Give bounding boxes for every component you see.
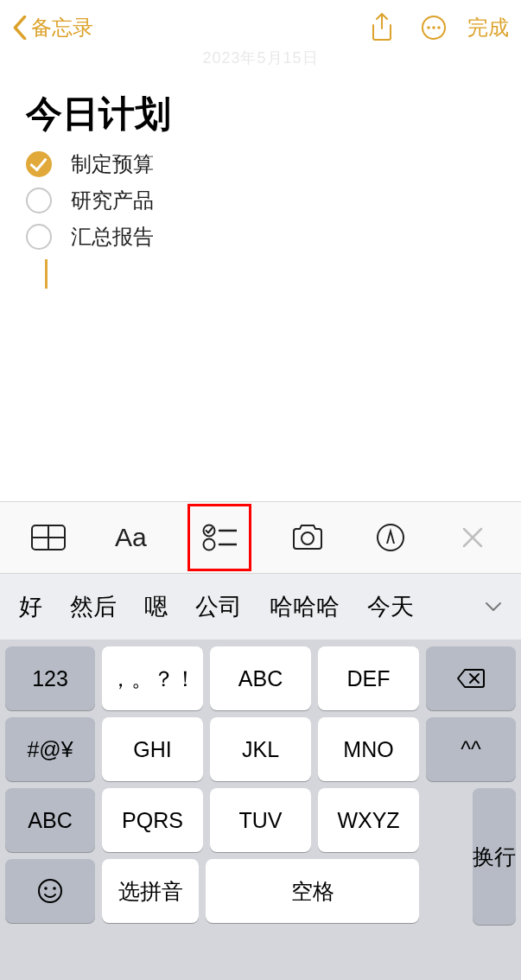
pen-circle-icon bbox=[376, 523, 405, 552]
done-button[interactable]: 完成 bbox=[467, 14, 509, 41]
back-label: 备忘录 bbox=[31, 14, 93, 41]
markup-button[interactable] bbox=[365, 512, 416, 563]
share-icon bbox=[370, 13, 394, 42]
checkbox-checked-icon[interactable] bbox=[26, 151, 52, 177]
candidate-word[interactable]: 公司 bbox=[181, 591, 256, 622]
svg-point-13 bbox=[39, 880, 61, 902]
key-return[interactable]: 换行 bbox=[473, 788, 516, 925]
close-toolbar-button[interactable] bbox=[447, 512, 499, 563]
svg-point-3 bbox=[437, 26, 441, 29]
checkbox-empty-icon[interactable] bbox=[26, 224, 52, 250]
table-icon bbox=[31, 525, 66, 550]
svg-point-15 bbox=[53, 887, 56, 890]
key-wxyz[interactable]: WXYZ bbox=[318, 788, 419, 852]
close-icon bbox=[461, 526, 484, 549]
note-title[interactable]: 今日计划 bbox=[26, 90, 495, 138]
svg-point-2 bbox=[432, 26, 435, 29]
candidate-word[interactable]: 嗯 bbox=[130, 591, 181, 622]
checklist-item[interactable]: 制定预算 bbox=[26, 150, 495, 178]
key-ghi[interactable]: GHI bbox=[102, 717, 203, 781]
key-tuv[interactable]: TUV bbox=[210, 788, 311, 852]
checklist-icon bbox=[202, 524, 237, 551]
candidate-word[interactable]: 然后 bbox=[56, 591, 130, 622]
checklist-item[interactable]: 研究产品 bbox=[26, 187, 495, 214]
checkbox-empty-icon[interactable] bbox=[26, 188, 52, 213]
key-space[interactable]: 空格 bbox=[206, 859, 419, 923]
checklist-item-text[interactable]: 汇总报告 bbox=[71, 223, 154, 251]
back-button[interactable]: 备忘录 bbox=[12, 14, 93, 41]
key-backspace[interactable] bbox=[426, 646, 516, 710]
checklist-item-text[interactable]: 研究产品 bbox=[71, 187, 154, 214]
camera-icon bbox=[290, 524, 325, 551]
checklist-button[interactable] bbox=[194, 512, 245, 563]
svg-point-1 bbox=[427, 26, 430, 29]
key-mno[interactable]: MNO bbox=[318, 717, 419, 781]
camera-button[interactable] bbox=[282, 512, 334, 563]
ellipsis-circle-icon bbox=[421, 15, 447, 41]
key-abc[interactable]: ABC bbox=[210, 646, 311, 710]
chevron-left-icon bbox=[12, 16, 28, 40]
key-def[interactable]: DEF bbox=[318, 646, 419, 710]
key-punct[interactable]: ，。？！ bbox=[102, 646, 203, 710]
svg-point-11 bbox=[302, 532, 314, 544]
key-pqrs[interactable]: PQRS bbox=[102, 788, 203, 852]
highlight-box bbox=[187, 504, 251, 571]
note-body[interactable]: 今日计划 制定预算 研究产品 汇总报告 bbox=[0, 55, 521, 289]
key-symbols[interactable]: #@¥ bbox=[5, 717, 95, 781]
candidate-bar: 好 然后 嗯 公司 哈哈哈 今天 bbox=[0, 574, 521, 640]
key-select-pinyin[interactable]: 选拼音 bbox=[102, 859, 199, 923]
text-cursor bbox=[45, 259, 48, 289]
more-button[interactable] bbox=[417, 11, 450, 44]
svg-point-9 bbox=[203, 539, 214, 550]
checklist-item-text[interactable]: 制定预算 bbox=[71, 150, 154, 178]
checklist-item[interactable]: 汇总报告 bbox=[26, 223, 495, 251]
table-button[interactable] bbox=[22, 512, 74, 563]
note-timestamp: 2023年5月15日 bbox=[0, 48, 521, 68]
share-button[interactable] bbox=[365, 11, 398, 44]
chevron-down-icon bbox=[485, 601, 502, 612]
key-emoji[interactable] bbox=[5, 859, 95, 923]
key-emoticon[interactable]: ^^ bbox=[426, 717, 516, 781]
key-jkl[interactable]: JKL bbox=[210, 717, 311, 781]
backspace-icon bbox=[456, 668, 486, 689]
candidate-word[interactable]: 哈哈哈 bbox=[256, 591, 353, 622]
svg-point-14 bbox=[44, 887, 48, 890]
candidate-word[interactable]: 好 bbox=[5, 591, 56, 622]
expand-candidates-button[interactable] bbox=[471, 574, 516, 640]
key-alpha[interactable]: ABC bbox=[5, 788, 95, 852]
text-style-button[interactable]: Aa bbox=[105, 512, 156, 563]
smile-icon bbox=[37, 878, 63, 904]
candidate-word[interactable]: 今天 bbox=[353, 591, 428, 622]
key-numbers[interactable]: 123 bbox=[5, 646, 95, 710]
keyboard: 好 然后 嗯 公司 哈哈哈 今天 123 ，。？！ ABC DEF #@¥ GH… bbox=[0, 574, 521, 980]
format-toolbar: Aa bbox=[0, 501, 521, 574]
